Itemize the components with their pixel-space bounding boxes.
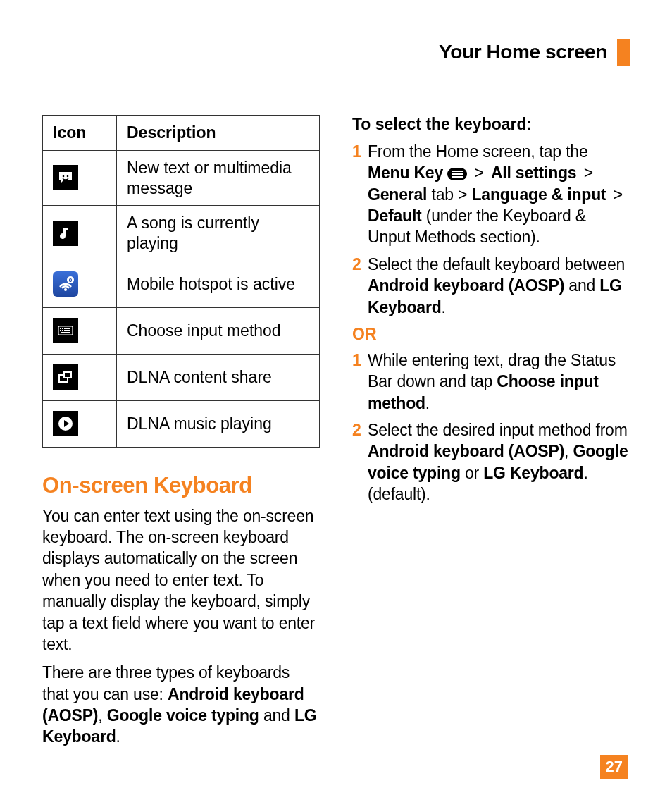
- text: and: [259, 706, 294, 725]
- svg-rect-11: [60, 330, 61, 331]
- step-item: 1 From the Home screen, tap the Menu Key…: [352, 141, 630, 248]
- sub-heading: To select the keyboard:: [352, 115, 630, 134]
- bold-text: Default: [368, 207, 422, 225]
- step-number: 1: [352, 141, 362, 162]
- intro-paragraph: You can enter text using the on-screen k…: [42, 505, 320, 655]
- bold-text: Android keyboard (AOSP): [368, 442, 564, 460]
- th-icon: Icon: [43, 116, 117, 151]
- text: :: [527, 115, 533, 133]
- th-description: Description: [117, 116, 320, 151]
- table-row: DLNA music playing: [43, 400, 320, 447]
- text: Select the default keyboard between: [368, 255, 625, 273]
- svg-rect-6: [60, 328, 61, 329]
- bold-text: All settings: [491, 164, 577, 182]
- text: .: [116, 727, 120, 746]
- icon-cell: [43, 206, 117, 261]
- dlna-share-icon: [53, 364, 78, 390]
- icon-cell: [43, 354, 117, 400]
- step-text: Select the desired input method from And…: [368, 419, 630, 505]
- svg-rect-16: [61, 332, 70, 333]
- step-item: 1 While entering text, drag the Status B…: [352, 350, 630, 414]
- step-number: 2: [352, 254, 362, 275]
- svg-rect-12: [62, 330, 63, 331]
- table-header-row: Icon Description: [43, 116, 320, 151]
- step-text: From the Home screen, tap the Menu Key >…: [368, 141, 630, 248]
- svg-text:0: 0: [69, 277, 73, 283]
- svg-point-2: [64, 288, 67, 291]
- svg-rect-10: [68, 328, 70, 329]
- bold-text: Language & input: [471, 185, 606, 204]
- bold-text: Google voice typing: [107, 706, 259, 725]
- icon-cell: 0: [43, 261, 117, 307]
- svg-point-1: [67, 175, 69, 178]
- step-item: 2 Select the desired input method from A…: [352, 419, 630, 505]
- music-icon: [53, 221, 78, 246]
- steps-list-b: 1 While entering text, drag the Status B…: [352, 350, 630, 505]
- svg-rect-7: [62, 328, 63, 329]
- bold-text: To select the keyboard: [352, 115, 527, 133]
- svg-rect-19: [65, 373, 70, 377]
- table-row: 0 Mobile hotspot is active: [43, 261, 320, 307]
- desc-cell: Mobile hotspot is active: [117, 261, 320, 307]
- desc-cell: Choose input method: [117, 307, 320, 354]
- bold-text: LG Keyboard: [483, 464, 583, 482]
- text: tab >: [427, 185, 471, 204]
- keyboard-types-paragraph: There are three types of keyboards that …: [42, 662, 320, 747]
- table-row: Choose input method: [43, 307, 320, 354]
- desc-cell: DLNA music playing: [117, 400, 320, 447]
- page-title: Your Home screen: [439, 41, 607, 63]
- content-columns: Icon Description New text or multimedia …: [42, 115, 630, 755]
- svg-rect-15: [68, 330, 70, 331]
- right-column: To select the keyboard: 1 From the Home …: [352, 115, 630, 755]
- dlna-play-icon: [53, 411, 78, 436]
- svg-rect-9: [66, 328, 68, 329]
- text: .: [441, 298, 445, 316]
- page-number-badge: 27: [600, 755, 628, 779]
- step-number: 1: [352, 350, 362, 371]
- text: and: [564, 276, 599, 295]
- text: ,: [564, 442, 573, 460]
- steps-list-a: 1 From the Home screen, tap the Menu Key…: [352, 141, 630, 318]
- section-heading: On-screen Keyboard: [42, 473, 320, 498]
- accent-bar: [617, 39, 630, 66]
- table-row: New text or multimedia message: [43, 150, 320, 206]
- step-text: While entering text, drag the Status Bar…: [368, 350, 630, 414]
- table-row: A song is currently playing: [43, 206, 320, 261]
- hotspot-icon: 0: [53, 271, 78, 297]
- or-separator: OR: [352, 325, 630, 344]
- left-column: Icon Description New text or multimedia …: [42, 115, 320, 755]
- desc-cell: A song is currently playing: [117, 206, 320, 261]
- keyboard-icon: [53, 318, 78, 343]
- bold-text: Menu Key: [368, 164, 443, 182]
- message-icon: [53, 165, 78, 190]
- text: or: [461, 464, 483, 482]
- svg-rect-14: [66, 330, 68, 331]
- text: From the Home screen, tap the: [368, 142, 588, 161]
- text: ,: [98, 706, 106, 725]
- bold-text: General: [368, 185, 427, 204]
- svg-point-0: [63, 175, 65, 178]
- icon-description-table: Icon Description New text or multimedia …: [42, 115, 320, 448]
- svg-rect-13: [64, 330, 66, 331]
- icon-cell: [43, 307, 117, 354]
- desc-cell: DLNA content share: [117, 354, 320, 400]
- text: .: [425, 394, 430, 412]
- chevron-right: >: [470, 164, 488, 182]
- page-header: Your Home screen: [42, 39, 630, 66]
- text: Select the desired input method from: [368, 421, 628, 439]
- desc-cell: New text or multimedia message: [117, 150, 320, 206]
- svg-rect-8: [64, 328, 66, 329]
- step-text: Select the default keyboard between Andr…: [368, 254, 630, 318]
- menu-key-icon: [447, 168, 467, 180]
- step-item: 2 Select the default keyboard between An…: [352, 254, 630, 318]
- chevron-right: >: [579, 164, 592, 182]
- icon-cell: [43, 150, 117, 206]
- icon-cell: [43, 400, 117, 447]
- bold-text: Android keyboard (AOSP): [368, 276, 564, 295]
- chevron-right: >: [609, 185, 622, 204]
- step-number: 2: [352, 419, 362, 441]
- table-row: DLNA content share: [43, 354, 320, 400]
